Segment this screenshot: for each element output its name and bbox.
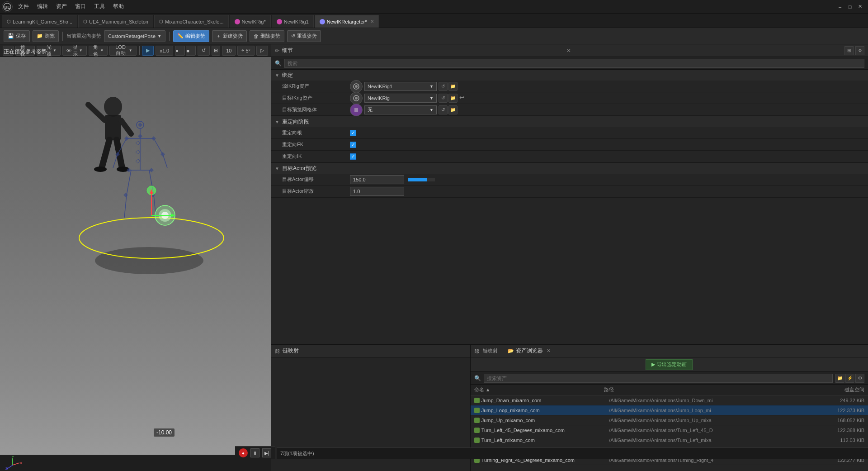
pause-button[interactable]: ⏸ bbox=[250, 448, 259, 457]
save-icon: 💾 bbox=[8, 33, 14, 39]
fixed-section-header[interactable]: ▼ 绑定 bbox=[271, 70, 868, 81]
retarget-pose-dropdown[interactable]: CustomRetargetPose ▼ bbox=[104, 30, 165, 42]
show-button[interactable]: 👁 显示 ▼ bbox=[62, 46, 87, 56]
tab-mixamo-char[interactable]: ⬡ MixamoCharacter_Skele... bbox=[154, 15, 229, 28]
target-mesh-browse-button[interactable]: 📁 bbox=[448, 105, 458, 114]
asset-browser-close-button[interactable]: ✕ bbox=[547, 348, 551, 354]
asset-row[interactable]: Turn_Left_mixamo_com /All/Game/Mixamo/An… bbox=[471, 435, 868, 445]
angle-button[interactable]: 角色 ▼ bbox=[89, 46, 108, 56]
source-ikrig-dropdown[interactable]: NewIKRig1 ▼ bbox=[364, 82, 437, 91]
record-play-button[interactable]: ● bbox=[239, 448, 248, 457]
col-name-header[interactable]: 命名 ▲ bbox=[474, 386, 604, 393]
target-ikrig-label: 目标IKrig资产 bbox=[282, 95, 350, 101]
asset-size: 249.32 KiB bbox=[801, 398, 864, 403]
target-ikrig-reset-button[interactable]: ↩ bbox=[459, 94, 468, 103]
source-ikrig-browse-button[interactable]: 📁 bbox=[448, 82, 458, 91]
scene-canvas[interactable]: -10.00 bbox=[0, 57, 271, 455]
browse-button[interactable]: 📁 浏览 bbox=[33, 30, 59, 42]
play-controls: ● ⏸ ▶| bbox=[235, 446, 275, 459]
target-ikrig-refresh-button[interactable]: ↺ bbox=[439, 94, 448, 103]
grid-size-button[interactable]: 10 bbox=[222, 46, 236, 56]
col-path-header[interactable]: 路径 bbox=[604, 386, 799, 393]
actor-scale-input[interactable] bbox=[350, 187, 404, 196]
actor-offset-input[interactable] bbox=[350, 175, 404, 184]
tab-newikretargeter[interactable]: NewIKRetargeter* ✕ bbox=[315, 15, 379, 28]
asset-row[interactable]: Jump_Down_mixamo_com /All/Game/Mixamo/An… bbox=[471, 395, 868, 405]
tab-learningkit[interactable]: ⬡ LearningKit_Games_Sho... bbox=[2, 15, 77, 28]
maximize-button[interactable]: □ bbox=[845, 2, 854, 11]
asset-settings-button[interactable]: ⚙ bbox=[855, 374, 864, 383]
target-mesh-refresh-button[interactable]: ↺ bbox=[439, 105, 448, 114]
chain-tab-label: 链映射 bbox=[483, 347, 498, 354]
col-size-header[interactable]: 磁盘空间 bbox=[799, 386, 864, 393]
retarget-ik-value bbox=[350, 153, 863, 160]
expand-button[interactable]: ▷ bbox=[256, 46, 268, 56]
search-icon: 🔍 bbox=[275, 60, 282, 67]
offset-slider[interactable] bbox=[408, 178, 435, 181]
target-actor-header[interactable]: ▼ 目标Actor预览 bbox=[271, 163, 868, 174]
target-mesh-dropdown[interactable]: 无 ▼ bbox=[364, 105, 437, 114]
asset-row[interactable]: Turn_Left_45_Degrees_mixamo_com /All/Gam… bbox=[471, 425, 868, 435]
panel-settings-button[interactable]: ⚙ bbox=[855, 46, 864, 55]
viewport[interactable]: ≡ 透视 ▼ ☀ 光照 ▼ 👁 显示 ▼ 角色 ▼ LOD自动 ▼ bbox=[0, 44, 271, 471]
svg-marker-32 bbox=[123, 193, 128, 197]
asset-search-input[interactable] bbox=[484, 374, 833, 383]
snap-button[interactable]: ⌖ 5° bbox=[237, 46, 255, 56]
target-ikrig-dropdown[interactable]: NewIKRig ▼ bbox=[364, 94, 437, 103]
retarget-stages-header[interactable]: ▼ 重定向阶段 bbox=[271, 116, 868, 127]
asset-row[interactable]: Jump_Loop_mixamo_com /All/Game/Mixamo/An… bbox=[471, 405, 868, 415]
minimize-button[interactable]: – bbox=[835, 2, 844, 11]
tab-mannequin[interactable]: ⬡ UE4_Mannequin_Skeleton bbox=[78, 15, 153, 28]
edit-pose-button[interactable]: ✏️ 编辑姿势 bbox=[173, 30, 209, 42]
tab-newikrig[interactable]: NewIKRig* bbox=[230, 15, 271, 28]
menu-help[interactable]: 帮助 bbox=[109, 1, 127, 12]
save-button[interactable]: 💾 保存 bbox=[4, 30, 30, 42]
speed-button[interactable]: x1.0 bbox=[156, 46, 173, 56]
refresh-button[interactable]: ↺ bbox=[198, 46, 210, 56]
lod-button[interactable]: LOD自动 ▼ bbox=[109, 46, 136, 56]
export-animation-button[interactable]: ▶ 导出选定动画 bbox=[646, 359, 693, 370]
asset-row[interactable]: Jump_Up_mixamo_com /All/Game/Mixamo/Anim… bbox=[471, 415, 868, 425]
properties-search-bar: 🔍 bbox=[271, 57, 868, 70]
tab-close-button[interactable]: ✕ bbox=[370, 19, 374, 24]
menu-edit[interactable]: 编辑 bbox=[33, 1, 52, 12]
chain-map-tab[interactable]: ⛓ bbox=[474, 348, 479, 354]
grid-view-button[interactable]: ⊞ bbox=[844, 46, 854, 55]
delete-pose-button[interactable]: 🗑 删除姿势 bbox=[250, 30, 284, 42]
record-button[interactable]: ● bbox=[175, 46, 185, 56]
stop-button[interactable]: ■ bbox=[186, 46, 196, 56]
menu-tools[interactable]: 工具 bbox=[90, 1, 108, 12]
tab-newikrig1[interactable]: NewIKRig1 bbox=[272, 15, 314, 28]
reset-icon: ↺ bbox=[291, 33, 295, 39]
asset-size: 112.03 KiB bbox=[801, 438, 864, 443]
asset-browser-title: 资产浏览器 bbox=[516, 347, 543, 355]
asset-filter-button[interactable]: ⚡ bbox=[845, 374, 854, 383]
target-mesh-value: 无 ▼ ↺ 📁 bbox=[350, 104, 863, 116]
svg-text:Z: Z bbox=[5, 466, 8, 470]
chain-icon: ⛓ bbox=[275, 348, 280, 354]
reset-pose-button[interactable]: ↺ 重设姿势 bbox=[287, 30, 321, 42]
retarget-ik-checkbox[interactable] bbox=[350, 153, 356, 160]
panel-close-button[interactable]: ✕ bbox=[566, 48, 571, 54]
menu-window[interactable]: 窗口 bbox=[71, 1, 90, 12]
target-ikrig-browse-button[interactable]: 📁 bbox=[448, 94, 458, 103]
skip-forward-button[interactable]: ▶| bbox=[262, 448, 271, 457]
svg-marker-34 bbox=[136, 141, 140, 145]
browse-icon: 📁 bbox=[37, 33, 43, 39]
fixed-section: ▼ 绑定 源IKRig资产 NewIKRig1 ▼ bbox=[271, 70, 868, 116]
asset-folder-button[interactable]: 📁 bbox=[835, 374, 844, 383]
ue-logo: UE bbox=[2, 1, 13, 12]
menu-assets[interactable]: 资产 bbox=[52, 1, 71, 12]
tab-label-2: UE4_Mannequin_Skeleton bbox=[89, 19, 148, 24]
menu-file[interactable]: 文件 bbox=[14, 1, 33, 12]
retarget-root-checkbox[interactable] bbox=[350, 130, 356, 136]
play-button[interactable]: ▶ bbox=[142, 46, 154, 56]
new-pose-button[interactable]: ＋ 新建姿势 bbox=[212, 30, 247, 42]
xyz-indicator: X Y Z bbox=[4, 456, 22, 470]
properties-search-input[interactable] bbox=[284, 59, 864, 68]
close-button[interactable]: ✕ bbox=[855, 2, 864, 11]
retarget-fk-checkbox[interactable] bbox=[350, 142, 356, 148]
grid-button[interactable]: ⊞ bbox=[212, 46, 220, 56]
source-ikrig-refresh-button[interactable]: ↺ bbox=[439, 82, 448, 91]
svg-line-22 bbox=[124, 195, 127, 218]
